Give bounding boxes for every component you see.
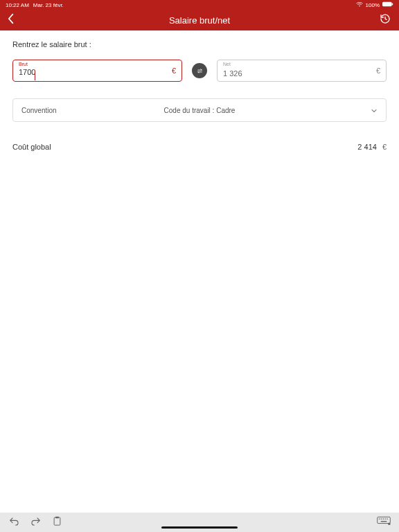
history-button[interactable] (380, 13, 391, 27)
dropdown-value: Code du travail : Cadre (164, 107, 236, 114)
nav-bar: Salaire brut/net (0, 10, 399, 30)
net-field[interactable]: Net 1 326 € (217, 60, 387, 82)
redo-button[interactable] (30, 516, 42, 529)
swap-button[interactable] (192, 63, 207, 78)
svg-rect-7 (381, 518, 382, 519)
status-date: Mar. 23 févr. (33, 2, 64, 8)
bottom-toolbar (0, 513, 399, 532)
wifi-icon (356, 1, 363, 8)
svg-point-12 (388, 523, 391, 526)
svg-rect-11 (381, 521, 387, 522)
svg-rect-3 (54, 517, 60, 524)
svg-rect-10 (387, 518, 387, 519)
brut-field[interactable]: Brut 1700 € (12, 60, 182, 82)
svg-point-0 (359, 6, 360, 6)
brut-input[interactable]: 1700 (19, 63, 172, 78)
svg-rect-8 (383, 518, 384, 519)
svg-rect-4 (55, 516, 59, 518)
page-title: Salaire brut/net (169, 15, 230, 26)
net-input[interactable]: 1 326 (223, 64, 376, 78)
euro-icon: € (376, 66, 380, 75)
undo-button[interactable] (8, 516, 19, 529)
keyboard-button[interactable] (377, 516, 391, 529)
cost-row: Coût global 2 414 € (12, 143, 387, 151)
instruction-text: Rentrez le salaire brut : (12, 40, 387, 48)
home-indicator[interactable] (161, 526, 238, 529)
battery-percent: 100% (366, 2, 380, 8)
dropdown-label: Convention (21, 107, 57, 114)
svg-rect-5 (378, 517, 391, 523)
svg-rect-1 (382, 2, 392, 6)
cost-value: 2 414 (357, 143, 377, 151)
svg-rect-2 (392, 3, 393, 5)
cost-label: Coût global (12, 143, 51, 151)
battery-icon (382, 1, 393, 8)
convention-dropdown[interactable]: Convention Code du travail : Cadre (12, 98, 387, 122)
svg-rect-6 (379, 518, 380, 519)
net-label: Net (223, 62, 231, 66)
status-bar: 10:22 AM Mar. 23 févr. 100% (0, 0, 399, 10)
chevron-down-icon (371, 107, 378, 114)
clipboard-button[interactable] (53, 516, 62, 529)
svg-rect-9 (384, 518, 385, 519)
euro-icon: € (172, 66, 176, 75)
status-time: 10:22 AM (6, 2, 29, 8)
euro-icon: € (382, 143, 387, 151)
back-button[interactable] (7, 13, 15, 27)
brut-label: Brut (19, 62, 28, 66)
